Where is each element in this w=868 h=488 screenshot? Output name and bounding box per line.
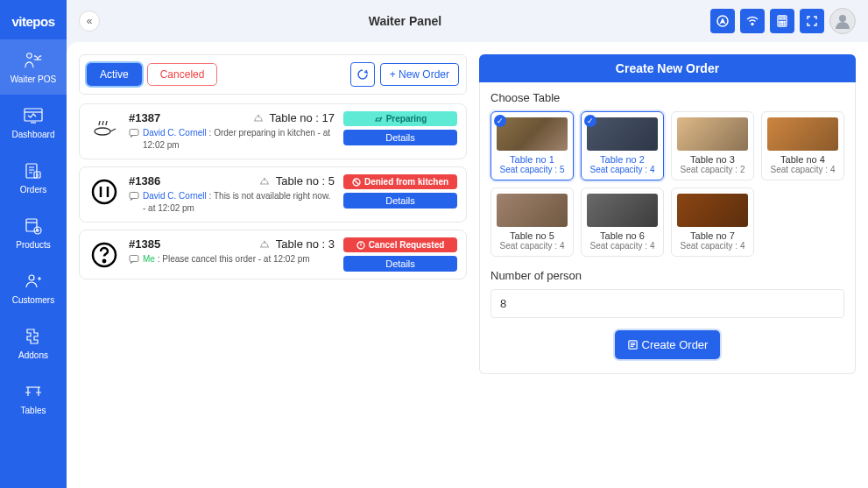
tab-active[interactable]: Active: [87, 63, 142, 86]
table-capacity: Seat capacity : 4: [677, 241, 748, 251]
svg-rect-20: [130, 130, 138, 136]
user-avatar[interactable]: [829, 8, 856, 34]
choose-table-label: Choose Table: [490, 91, 844, 104]
svg-rect-23: [130, 193, 138, 199]
nav-label: Tables: [21, 406, 46, 415]
table-capacity: Seat capacity : 4: [767, 165, 838, 174]
nav-customers[interactable]: Customers: [0, 260, 67, 315]
new-order-button[interactable]: + New Order: [380, 63, 459, 86]
nav-addons[interactable]: Addons: [0, 315, 67, 371]
create-order-header: Create New Order: [479, 54, 856, 82]
table-name: Table no 4: [767, 154, 838, 165]
details-button[interactable]: Details: [343, 256, 457, 272]
table-card[interactable]: Table no 5 Seat capacity : 4: [490, 187, 574, 257]
order-id: #1387: [129, 111, 160, 124]
table-image: [497, 194, 568, 227]
table-card[interactable]: Table no 7 Seat capacity : 4: [671, 187, 754, 257]
table-card[interactable]: ✓ Table no 1 Seat capacity : 5: [490, 111, 574, 180]
table-card[interactable]: Table no 6 Seat capacity : 4: [581, 187, 664, 257]
table-name: Table no 3: [677, 154, 748, 165]
table-capacity: Seat capacity : 5: [497, 165, 568, 174]
nav-dashboard[interactable]: Dashboard: [0, 95, 67, 150]
customers-icon: [23, 271, 44, 292]
table-capacity: Seat capacity : 4: [587, 165, 658, 174]
status-badge: Preparing: [343, 111, 457, 126]
calculator-icon[interactable]: [770, 9, 794, 33]
svg-point-26: [103, 260, 105, 262]
svg-point-22: [264, 178, 265, 180]
fullscreen-icon[interactable]: [800, 9, 824, 33]
table-name: Table no 7: [677, 230, 748, 241]
check-icon: ✓: [494, 115, 506, 127]
table-image: [767, 117, 838, 151]
nav-products[interactable]: Products: [0, 205, 67, 260]
svg-point-13: [784, 21, 785, 22]
table-name: Table no 2: [587, 154, 658, 165]
question-icon: [88, 239, 120, 271]
order-id: #1385: [129, 237, 160, 251]
table-name: Table no 1: [497, 154, 568, 165]
pause-icon: [88, 176, 120, 208]
table-card[interactable]: Table no 4 Seat capacity : 4: [761, 111, 844, 180]
nav-orders[interactable]: Orders: [0, 150, 67, 205]
refresh-button[interactable]: [350, 62, 375, 87]
details-button[interactable]: Details: [343, 193, 457, 209]
dashboard-icon: [23, 105, 44, 126]
orders-icon: [23, 160, 44, 181]
order-card: #1385 Table no : 3 Me : Please cancel th…: [79, 230, 467, 279]
nav-label: Dashboard: [12, 130, 55, 139]
svg-point-11: [780, 21, 780, 22]
table-card[interactable]: ✓ Table no 2 Seat capacity : 4: [581, 111, 664, 180]
nav-label: Addons: [18, 350, 48, 360]
svg-point-0: [27, 53, 32, 59]
svg-rect-4: [26, 219, 37, 231]
table-image: [587, 194, 658, 227]
check-icon: ✓: [584, 115, 596, 127]
collapse-sidebar-button[interactable]: «: [79, 11, 100, 32]
tab-canceled[interactable]: Canceled: [147, 63, 218, 86]
table-name: Table no 6: [587, 230, 658, 241]
details-button[interactable]: Details: [343, 130, 457, 145]
wifi-icon[interactable]: [740, 9, 765, 33]
compass-icon[interactable]: [710, 9, 735, 33]
svg-point-6: [29, 275, 34, 280]
table-capacity: Seat capacity : 4: [587, 241, 658, 251]
waiter-pos-icon: [23, 50, 44, 71]
filter-bar: Active Canceled + New Order: [79, 54, 467, 95]
addons-icon: [23, 326, 44, 347]
table-image: [677, 194, 748, 227]
tables-icon: [23, 381, 44, 402]
nav-label: Orders: [20, 185, 47, 194]
page-title: Waiter Panel: [369, 14, 442, 28]
nav-tables[interactable]: Tables: [0, 371, 67, 426]
table-name: Table no 5: [497, 230, 568, 241]
svg-point-12: [781, 21, 782, 22]
svg-point-8: [752, 24, 753, 25]
svg-point-21: [93, 180, 116, 203]
svg-point-19: [258, 115, 259, 117]
table-capacity: Seat capacity : 4: [497, 241, 568, 251]
svg-rect-10: [780, 18, 785, 19]
status-badge: Denied from kitchen: [343, 174, 457, 189]
nav-waiter-pos[interactable]: Waiter POS: [0, 39, 67, 95]
order-card: #1387 Table no : 17 David C. Cornell : O…: [79, 103, 467, 159]
nav-label: Customers: [12, 295, 54, 305]
table-capacity: Seat capacity : 2: [677, 165, 748, 174]
nav-label: Waiter POS: [11, 74, 56, 84]
order-card: #1386 Table no : 5 David C. Cornell : Th…: [79, 166, 467, 223]
create-order-button[interactable]: Create Order: [615, 330, 721, 359]
order-message: David C. Cornell : This is not available…: [129, 190, 335, 215]
svg-point-15: [781, 24, 782, 25]
status-badge: Cancel Requested: [343, 237, 457, 252]
products-icon: [23, 216, 44, 237]
table-image: [497, 117, 568, 151]
svg-point-16: [784, 24, 785, 25]
order-message: David C. Cornell : Order preparing in ki…: [129, 127, 335, 152]
svg-point-14: [780, 24, 780, 25]
app-logo: vitepos: [11, 7, 54, 39]
svg-point-17: [839, 15, 846, 22]
svg-rect-28: [130, 256, 138, 262]
table-card[interactable]: Table no 3 Seat capacity : 2: [671, 111, 754, 180]
order-table: Table no : 3: [258, 237, 335, 251]
person-input[interactable]: [490, 289, 844, 318]
